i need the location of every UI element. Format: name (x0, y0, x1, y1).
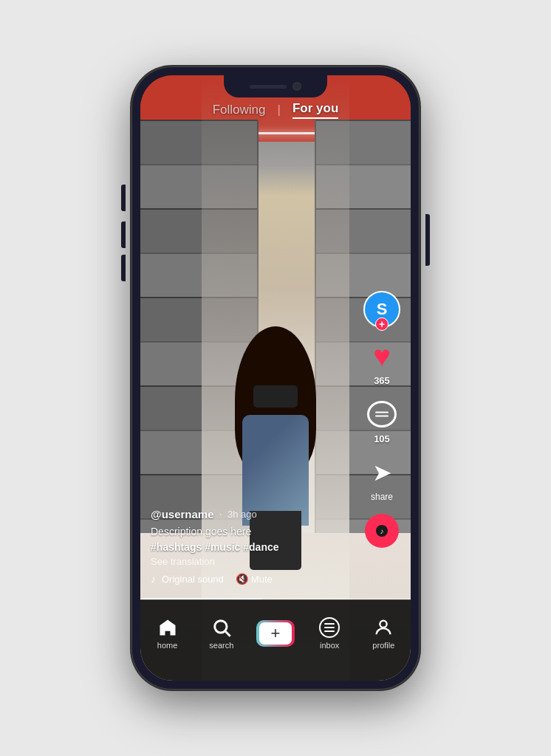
inbox-lines (324, 623, 335, 632)
for-you-tab[interactable]: For you (292, 101, 338, 119)
share-label: share (371, 492, 393, 502)
nav-create[interactable]: + (253, 620, 298, 647)
share-icon: ➤ (372, 458, 392, 487)
mute-row: 🔇 Mute (236, 573, 273, 585)
speaker-icon (250, 85, 287, 89)
mute-icon: 🔇 (236, 573, 248, 585)
person-mask (253, 385, 298, 408)
sound-note-icon: ♪ (151, 573, 156, 585)
like-count: 365 (374, 375, 390, 386)
video-hashtags[interactable]: #hashtags #music #dance (151, 541, 352, 553)
comment-button[interactable]: 105 (366, 398, 398, 444)
music-disc-inner: ♪ (376, 525, 388, 537)
username[interactable]: @username (151, 508, 214, 520)
sound-row: ♪ Original sound 🔇 Mute (151, 573, 352, 585)
comment-icon (367, 401, 397, 427)
inbox-line-1 (324, 623, 335, 625)
inbox-line-3 (324, 630, 335, 632)
header-nav: Following | For you (140, 101, 411, 119)
plus-inner: + (259, 622, 292, 645)
inbox-label: inbox (320, 641, 339, 650)
nav-inbox[interactable]: inbox (307, 617, 352, 650)
nav-profile[interactable]: profile (361, 617, 405, 650)
search-icon (211, 617, 232, 638)
phone-screen: Following | For you S + ♥ 365 (140, 75, 411, 681)
following-tab[interactable]: Following (213, 103, 266, 117)
svg-point-2 (380, 620, 387, 627)
bottom-nav: home search + (140, 599, 411, 681)
inbox-line-2 (324, 627, 335, 628)
home-label: home (157, 641, 178, 650)
comment-bubble (367, 401, 397, 427)
plus-symbol: + (271, 625, 281, 642)
nav-search[interactable]: search (199, 617, 244, 650)
svg-point-0 (214, 620, 226, 632)
nav-divider: | (278, 103, 281, 117)
camera-icon (292, 82, 301, 91)
like-button[interactable]: ♥ 365 (366, 340, 398, 386)
comment-icon-container (366, 398, 398, 430)
home-icon (157, 617, 178, 638)
share-button[interactable]: ➤ share (366, 456, 398, 502)
mute-text[interactable]: Mute (251, 574, 273, 585)
avatar-container[interactable]: S + (363, 291, 400, 328)
notch (224, 75, 327, 97)
comment-lines (375, 412, 389, 417)
see-translation[interactable]: See translation (151, 556, 352, 567)
time-ago: 3h ago (227, 509, 257, 520)
profile-icon (373, 617, 394, 638)
music-note-icon: ♪ (380, 527, 384, 535)
nav-home[interactable]: home (146, 617, 190, 650)
inbox-icon (319, 617, 340, 638)
heart-icon-container: ♥ (366, 340, 398, 372)
username-row: @username ● 3h ago (151, 508, 352, 520)
follow-plus-button[interactable]: + (375, 317, 389, 331)
comment-line-2 (375, 416, 389, 417)
sound-text[interactable]: Original sound (162, 574, 224, 585)
video-description: Description goes here (151, 525, 352, 538)
search-label: search (209, 641, 233, 650)
share-icon-container: ➤ (366, 456, 398, 489)
heart-icon: ♥ (373, 341, 391, 371)
profile-label: profile (372, 641, 394, 650)
svg-line-1 (225, 631, 230, 636)
action-buttons: S + ♥ 365 (363, 291, 400, 548)
comment-line-1 (375, 412, 389, 413)
create-button[interactable]: + (256, 620, 295, 647)
phone-shell: Following | For you S + ♥ 365 (131, 66, 420, 690)
comment-count: 105 (374, 433, 390, 444)
music-disc[interactable]: ♪ (365, 514, 399, 548)
dot-separator: ● (220, 512, 222, 516)
video-info: @username ● 3h ago Description goes here… (151, 508, 352, 585)
